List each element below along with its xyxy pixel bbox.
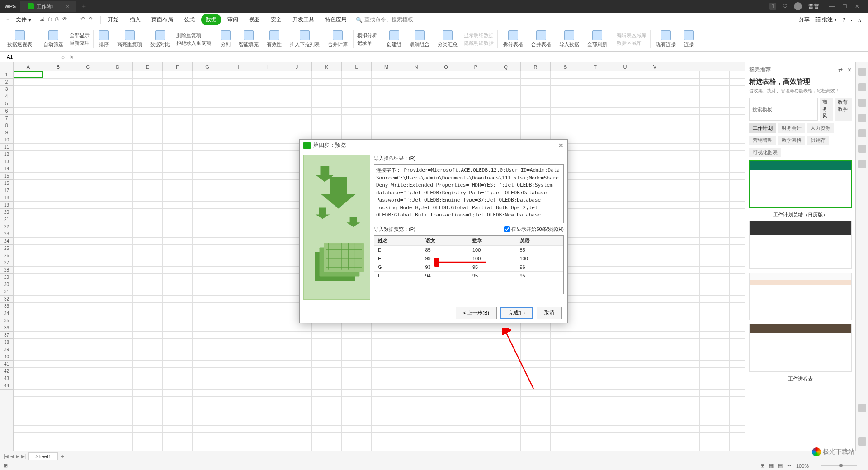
ribbon-模拟分析[interactable]: 模拟分析 xyxy=(357,32,377,39)
row-header-26[interactable]: 26 xyxy=(0,252,13,259)
ribbon-数据对比[interactable]: 数据对比 xyxy=(146,29,174,49)
row-header-21[interactable]: 21 xyxy=(0,216,13,223)
row-header-6[interactable]: 6 xyxy=(0,108,13,115)
maximize-icon[interactable]: ☐ xyxy=(838,3,851,9)
finish-button[interactable]: 完成(F) xyxy=(500,307,533,319)
col-header-R[interactable]: R xyxy=(521,62,551,71)
menu-tab-8[interactable]: 开发工具 xyxy=(288,14,319,25)
col-header-N[interactable]: N xyxy=(401,62,431,71)
row-header-7[interactable]: 7 xyxy=(0,115,13,122)
table-row[interactable]: F99100100 xyxy=(374,254,563,263)
ribbon-全部刷新[interactable]: 全部刷新 xyxy=(584,29,611,49)
ribbon-高亮重复项[interactable]: 高亮重复项 xyxy=(113,29,146,49)
row-header-27[interactable]: 27 xyxy=(0,259,13,267)
show-50-checkbox[interactable]: 仅显示开始50条数据(H) xyxy=(504,226,564,233)
result-textarea[interactable]: 连接字串： Provider=Microsoft.ACE.OLEDB.12.0;… xyxy=(374,164,564,223)
ribbon-分列[interactable]: 分列 xyxy=(217,29,234,49)
row-header-42[interactable]: 42 xyxy=(0,368,13,375)
ribbon-连接[interactable]: 连接 xyxy=(680,29,698,49)
form-tool-icon[interactable] xyxy=(858,114,866,122)
row-header-23[interactable]: 23 xyxy=(0,230,13,238)
row-header-4[interactable]: 4 xyxy=(0,93,13,100)
template-search-input[interactable] xyxy=(749,98,818,121)
row-header-8[interactable]: 8 xyxy=(0,122,13,129)
ribbon-有效性[interactable]: 有效性 xyxy=(263,29,285,49)
preview-table[interactable]: 姓名语文数学英语E8510085F99100100G939596F949595 xyxy=(374,235,564,294)
row-header-37[interactable]: 37 xyxy=(0,332,13,339)
menu-tab-1[interactable]: 插入 xyxy=(125,14,145,25)
col-header-V[interactable]: V xyxy=(640,62,670,71)
view-page-icon[interactable]: ▤ xyxy=(778,463,783,469)
filter-supply[interactable]: 供销存 xyxy=(807,136,829,145)
row-header-19[interactable]: 19 xyxy=(0,202,13,209)
view-layout-icon[interactable]: ▦ xyxy=(769,463,774,469)
template-3[interactable] xyxy=(749,273,852,320)
ribbon-合并计算[interactable]: 合并计算 xyxy=(324,29,351,49)
row-header-30[interactable]: 30 xyxy=(0,281,13,288)
filter-teaching[interactable]: 教学表格 xyxy=(778,136,805,145)
row-header-1[interactable]: 1 xyxy=(0,71,13,79)
row-header-32[interactable]: 32 xyxy=(0,296,13,303)
panel-more-icon[interactable]: ⇄ xyxy=(838,67,843,73)
sheet-nav-last-icon[interactable]: ▶| xyxy=(21,454,26,459)
col-header-I[interactable]: I xyxy=(252,62,282,71)
menu-tab-2[interactable]: 页面布局 xyxy=(147,14,178,25)
ribbon-自动筛选[interactable]: 自动筛选 xyxy=(40,29,67,49)
col-header-E[interactable]: E xyxy=(133,62,163,71)
filter-tab-business[interactable]: 商务风 xyxy=(820,98,833,121)
save-as-icon[interactable]: ⎙ xyxy=(48,16,52,24)
ribbon-数据区域库[interactable]: 数据区域库 xyxy=(617,40,646,47)
fx-icon[interactable]: fx xyxy=(69,54,73,60)
row-header-5[interactable]: 5 xyxy=(0,100,13,108)
select-all-corner[interactable] xyxy=(0,62,14,71)
filter-workplan[interactable]: 工作计划 xyxy=(749,123,776,133)
template-2[interactable] xyxy=(749,221,852,269)
document-tab[interactable]: 工作簿1 × xyxy=(20,1,76,12)
ribbon-重新应用[interactable]: 重新应用 xyxy=(70,40,90,47)
hamburger-icon[interactable]: ≡ xyxy=(4,17,12,23)
template-1[interactable] xyxy=(749,160,852,208)
filter-visualization[interactable]: 可视化图表 xyxy=(749,148,781,157)
filter-tool-icon[interactable] xyxy=(858,129,866,137)
undo-icon[interactable]: ↶ xyxy=(80,16,85,24)
col-header-K[interactable]: K xyxy=(312,62,342,71)
file-menu[interactable]: 文件 ▾ xyxy=(12,14,35,25)
col-header-D[interactable]: D xyxy=(103,62,133,71)
help-icon[interactable]: ? xyxy=(842,17,845,23)
col-header-C[interactable]: C xyxy=(73,62,103,71)
ribbon-导入数据[interactable]: 导入数据 xyxy=(556,29,583,49)
row-header-24[interactable]: 24 xyxy=(0,238,13,245)
ribbon-智能填充[interactable]: 智能填充 xyxy=(235,29,262,49)
menu-tab-7[interactable]: 安全 xyxy=(266,14,286,25)
menu-tab-9[interactable]: 特色应用 xyxy=(321,14,351,25)
row-header-17[interactable]: 17 xyxy=(0,187,13,194)
menu-tab-4[interactable]: 数据 xyxy=(201,14,221,25)
ribbon-删除重复项[interactable]: 删除重复项 xyxy=(176,32,211,39)
row-header-13[interactable]: 13 xyxy=(0,158,13,165)
row-header-15[interactable]: 15 xyxy=(0,173,13,180)
cancel-formula-icon[interactable]: ⌕ xyxy=(61,54,65,60)
zoom-slider[interactable] xyxy=(821,465,857,466)
ribbon-插入下拉列表[interactable]: 插入下拉列表 xyxy=(286,29,323,49)
menu-tab-0[interactable]: 开始 xyxy=(104,14,123,25)
user-avatar-icon[interactable] xyxy=(794,2,802,10)
refresh-tool-icon[interactable] xyxy=(858,437,866,446)
row-header-22[interactable]: 22 xyxy=(0,223,13,230)
zoom-out-icon[interactable]: − xyxy=(813,463,816,469)
row-header-39[interactable]: 39 xyxy=(0,346,13,353)
zoom-in-icon[interactable]: + xyxy=(862,463,864,469)
filter-tab-education[interactable]: 教育教学 xyxy=(835,98,852,121)
close-tab-icon[interactable]: × xyxy=(66,4,69,9)
ribbon-记录单[interactable]: 记录单 xyxy=(357,40,377,47)
ribbon-隐藏明细数据[interactable]: 隐藏明细数据 xyxy=(464,40,494,47)
dialog-close-icon[interactable]: ✕ xyxy=(558,142,564,149)
col-header-F[interactable]: F xyxy=(163,62,193,71)
share-button[interactable]: 分享 xyxy=(799,16,810,24)
collapse-ribbon-icon[interactable]: ∶ xyxy=(851,17,852,23)
row-header-18[interactable]: 18 xyxy=(0,194,13,202)
col-header-G[interactable]: G xyxy=(193,62,222,71)
ribbon-现有连接[interactable]: 现有连接 xyxy=(652,29,679,49)
sheet-nav-prev-icon[interactable]: ◀ xyxy=(10,454,14,459)
preview-icon[interactable]: 👁 xyxy=(62,16,67,24)
more-tool-icon[interactable] xyxy=(858,404,866,412)
